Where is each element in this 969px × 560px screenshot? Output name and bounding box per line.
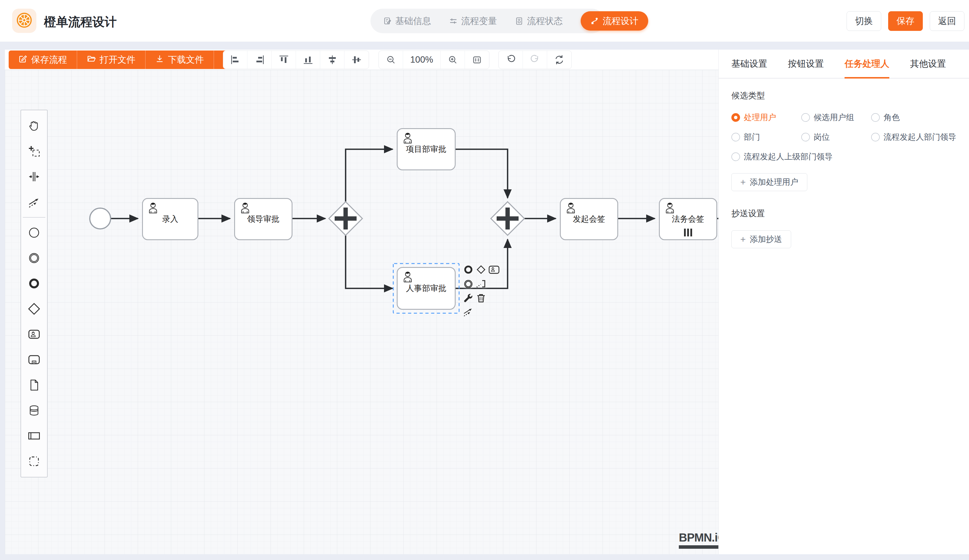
sequence-flow[interactable] xyxy=(346,235,393,288)
switch-button[interactable]: 切换 xyxy=(847,11,881,31)
align-center-horizontal-icon[interactable] xyxy=(345,51,369,69)
save-button[interactable]: 保存 xyxy=(888,11,923,31)
open-file-button[interactable]: 打开文件 xyxy=(77,50,145,69)
append-user-task-icon[interactable] xyxy=(488,265,499,276)
create-intermediate-event-icon[interactable] xyxy=(21,245,47,271)
add-handler-user-button[interactable]: + 添加处理用户 xyxy=(731,173,807,191)
workspace: 保存流程 打开文件 下载文件 xyxy=(5,50,969,554)
create-data-object-icon[interactable] xyxy=(21,372,47,398)
append-end-event-icon[interactable] xyxy=(463,265,474,276)
connect-icon[interactable] xyxy=(463,306,474,317)
global-connect-tool-icon[interactable] xyxy=(21,189,47,215)
zoom-in-icon[interactable] xyxy=(441,51,465,69)
tab-process-design[interactable]: 流程设计 xyxy=(581,11,648,31)
page-title: 橙单流程设计 xyxy=(44,14,117,30)
lasso-tool-icon[interactable] xyxy=(21,138,47,164)
start-event[interactable] xyxy=(90,208,111,229)
radio-label: 角色 xyxy=(884,112,900,123)
undo-icon[interactable] xyxy=(499,51,523,69)
task-node-selected[interactable]: 人事部审批 xyxy=(397,267,456,310)
align-top-icon[interactable] xyxy=(272,51,296,69)
tab-label: 流程状态 xyxy=(527,15,563,27)
user-task-icon xyxy=(238,201,252,216)
create-data-store-icon[interactable] xyxy=(21,398,47,423)
append-intermediate-event-icon[interactable] xyxy=(463,279,474,289)
folder-icon xyxy=(87,54,96,65)
create-subprocess-icon[interactable] xyxy=(21,347,47,372)
candidate-type-options: 处理用户 候选用户组 角色 部门 岗位 xyxy=(731,112,956,162)
download-icon xyxy=(155,54,164,65)
download-file-button[interactable]: 下载文件 xyxy=(145,50,214,69)
create-group-icon[interactable] xyxy=(21,449,47,474)
radio-department[interactable]: 部门 xyxy=(731,131,801,143)
task-node[interactable]: 录入 xyxy=(142,198,198,240)
radio-candidate-user-group[interactable]: 候选用户组 xyxy=(801,112,871,123)
radio-label: 处理用户 xyxy=(744,112,776,123)
user-task-icon xyxy=(663,201,676,216)
create-end-event-icon[interactable] xyxy=(21,271,47,296)
radio-handler-user[interactable]: 处理用户 xyxy=(731,112,801,123)
trash-icon[interactable] xyxy=(476,293,486,304)
radio-post[interactable]: 岗位 xyxy=(801,131,871,143)
parallel-gateway-join[interactable] xyxy=(491,202,524,235)
hand-tool-icon[interactable] xyxy=(21,113,47,138)
radio-role[interactable]: 角色 xyxy=(871,112,956,123)
zoom-button-group: 100% xyxy=(378,50,489,69)
sequence-flow[interactable] xyxy=(346,149,393,202)
cc-settings-title: 抄送设置 xyxy=(731,208,956,219)
task-node[interactable]: 发起会签 xyxy=(560,198,618,240)
align-bottom-icon[interactable] xyxy=(296,51,320,69)
tab-basic-info[interactable]: 基础信息 xyxy=(383,15,431,27)
bpmn-io-watermark[interactable]: BPMN.iO xyxy=(679,531,718,549)
variables-icon xyxy=(449,17,458,25)
diagram-layer xyxy=(5,70,718,554)
tab-task-assignee[interactable]: 任务处理人 xyxy=(844,50,889,78)
create-gateway-icon[interactable] xyxy=(21,296,47,322)
radio-dot xyxy=(871,133,880,141)
parallel-gateway-split[interactable] xyxy=(329,202,362,235)
tab-other-settings[interactable]: 其他设置 xyxy=(910,50,946,78)
app-logo xyxy=(12,9,37,33)
radio-initiator-dept-leader[interactable]: 流程发起人部门领导 xyxy=(871,131,956,143)
button-label: 打开文件 xyxy=(100,54,135,66)
panel-tabs: 基础设置 按钮设置 任务处理人 其他设置 xyxy=(719,50,969,78)
append-gateway-icon[interactable] xyxy=(476,265,486,276)
back-button[interactable]: 返回 xyxy=(930,11,964,31)
add-cc-button[interactable]: + 添加抄送 xyxy=(731,230,791,248)
append-text-annotation-icon[interactable] xyxy=(476,279,486,289)
task-label: 法务会签 xyxy=(672,214,704,224)
create-participant-icon[interactable] xyxy=(21,423,47,449)
align-right-icon[interactable] xyxy=(248,51,272,69)
fit-viewport-icon[interactable] xyxy=(465,51,489,69)
plus-icon: + xyxy=(740,178,746,187)
redo-icon[interactable] xyxy=(523,51,547,69)
radio-initiator-upper-dept-leader[interactable]: 流程发起人上级部门领导 xyxy=(731,151,956,162)
space-tool-icon[interactable] xyxy=(21,164,47,189)
zoom-out-icon[interactable] xyxy=(379,51,403,69)
task-node[interactable]: 项目部审批 xyxy=(397,128,456,170)
tab-process-variables[interactable]: 流程变量 xyxy=(449,15,497,27)
save-process-button[interactable]: 保存流程 xyxy=(9,50,77,69)
radio-dot xyxy=(731,133,740,141)
plus-icon: + xyxy=(740,235,746,244)
create-start-event-icon[interactable] xyxy=(21,220,47,245)
wrench-icon[interactable] xyxy=(463,293,474,304)
tab-process-status[interactable]: 流程状态 xyxy=(515,15,563,27)
panel-content: 候选类型 处理用户 候选用户组 角色 部门 xyxy=(719,78,969,248)
button-label: 添加抄送 xyxy=(750,234,782,245)
tab-button-settings[interactable]: 按钮设置 xyxy=(788,50,824,78)
properties-panel: 基础设置 按钮设置 任务处理人 其他设置 候选类型 处理用户 候选用户组 角色 xyxy=(718,50,969,554)
create-user-task-icon[interactable] xyxy=(21,322,47,347)
sequence-flow[interactable] xyxy=(456,149,508,198)
bpmn-canvas[interactable]: 录入 领导审批 xyxy=(5,70,718,554)
radio-label: 候选用户组 xyxy=(814,112,854,123)
orange-slice-icon xyxy=(16,12,33,30)
align-center-vertical-icon[interactable] xyxy=(320,51,345,69)
reset-icon[interactable] xyxy=(547,51,571,69)
align-left-icon[interactable] xyxy=(223,51,248,69)
task-node[interactable]: 领导审批 xyxy=(234,198,293,240)
header-actions: 切换 保存 返回 xyxy=(847,11,964,31)
tab-basic-settings[interactable]: 基础设置 xyxy=(731,50,767,78)
task-node[interactable]: 法务会签 xyxy=(659,198,717,240)
button-label: 添加处理用户 xyxy=(750,177,798,188)
